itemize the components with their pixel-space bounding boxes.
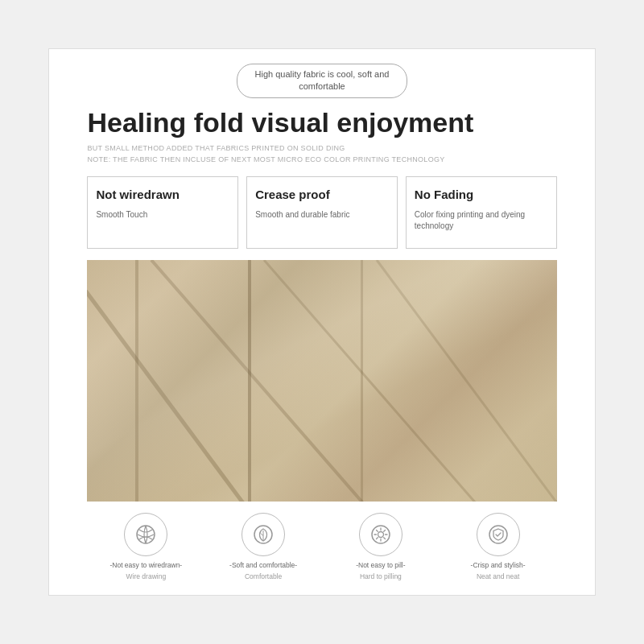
icon-label-bot-3: Neat and neat xyxy=(477,572,519,580)
icon-label-top-1: -Soft and comfortable- xyxy=(229,561,297,571)
sub-text: BUT SMALL METHOD ADDED THAT FABRICS PRIN… xyxy=(87,143,556,165)
icon-label-bot-1: Comfortable xyxy=(245,572,282,580)
feature-title-2: No Fading xyxy=(415,187,548,203)
page-container: High quality fabric is cool, soft and co… xyxy=(48,48,596,596)
icon-label-top-0: -Not easy to wiredrawn- xyxy=(109,561,182,571)
fabric-lines-svg xyxy=(87,260,556,502)
icon-label-top-2: -Not easy to pill- xyxy=(356,561,405,571)
icon-item-3: -Crisp and stylish- Neat and neat xyxy=(440,513,557,580)
icon-label-bot-2: Hard to pilling xyxy=(360,572,402,580)
main-heading: Healing fold visual enjoyment xyxy=(87,106,556,139)
feature-sub-1: Smooth and durable fabric xyxy=(255,209,389,221)
svg-point-9 xyxy=(378,532,383,538)
svg-rect-4 xyxy=(87,260,556,502)
feature-boxes: Not wiredrawn Smooth Touch Crease proof … xyxy=(87,176,556,249)
icon-label-top-3: -Crisp and stylish- xyxy=(471,561,526,571)
gear-icon xyxy=(359,513,402,556)
svg-point-5 xyxy=(137,526,155,543)
top-tag-line1: High quality fabric is cool, soft and xyxy=(255,69,390,79)
icon-item-0: -Not easy to wiredrawn- Wire drawing xyxy=(87,513,204,580)
fabric-image xyxy=(87,260,556,502)
feature-box-1: Crease proof Smooth and durable fabric xyxy=(246,176,398,249)
icon-item-1: -Soft and comfortable- Comfortable xyxy=(204,513,322,580)
feature-title-0: Not wiredrawn xyxy=(96,187,229,203)
shield-icon xyxy=(477,513,520,556)
top-tag: High quality fabric is cool, soft and co… xyxy=(237,64,408,98)
feature-sub-2: Color fixing printing and dyeing technol… xyxy=(415,209,548,232)
feature-sub-0: Smooth Touch xyxy=(96,209,229,221)
top-tag-line2: comfortable xyxy=(299,81,345,91)
feature-box-0: Not wiredrawn Smooth Touch xyxy=(87,176,238,249)
icon-item-2: -Not easy to pill- Hard to pilling xyxy=(322,513,440,580)
icon-label-bot-0: Wire drawing xyxy=(126,572,167,580)
leaf-icon xyxy=(242,513,285,556)
bottom-icons: -Not easy to wiredrawn- Wire drawing -So… xyxy=(87,513,556,580)
yarn-icon xyxy=(124,513,167,556)
feature-box-2: No Fading Color fixing printing and dyei… xyxy=(406,176,557,249)
feature-title-1: Crease proof xyxy=(255,187,389,203)
